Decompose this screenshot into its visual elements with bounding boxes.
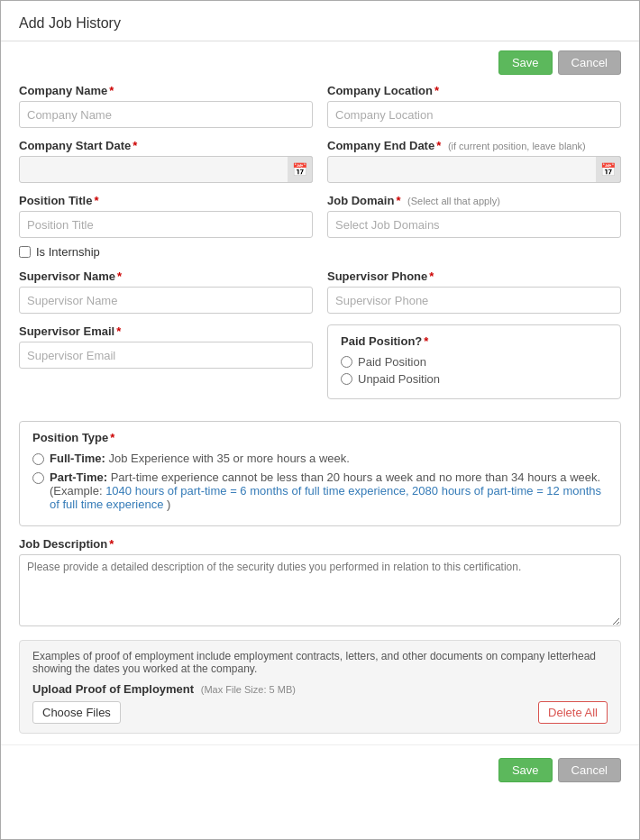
row-dates: Company Start Date* 📅 Company End Date* … [19, 139, 621, 183]
label-position-title: Position Title* [19, 194, 313, 207]
input-supervisor-name[interactable] [19, 287, 313, 314]
save-button-top[interactable]: Save [498, 50, 553, 75]
radio-input-unpaid[interactable] [341, 373, 352, 385]
group-paid-position: Paid Position?* Paid Position Unpaid Pos… [327, 324, 621, 410]
group-job-description: Job Description* [19, 537, 621, 629]
end-date-wrap: 📅 [327, 156, 621, 183]
group-supervisor-phone: Supervisor Phone* [327, 269, 621, 314]
modal-title: Add Job History [19, 15, 121, 31]
paid-position-box: Paid Position?* Paid Position Unpaid Pos… [327, 324, 621, 399]
cancel-button-top[interactable]: Cancel [558, 50, 621, 75]
radio-label-paid: Paid Position [358, 355, 426, 369]
position-type-title: Position Type* [32, 431, 608, 444]
label-start-date: Company Start Date* [19, 139, 313, 152]
radio-paid-position: Paid Position [341, 355, 608, 369]
row-supervisor-name-phone: Supervisor Name* Supervisor Phone* [19, 269, 621, 314]
group-company-name: Company Name* [19, 84, 313, 128]
choose-files-button[interactable]: Choose Files [32, 701, 121, 724]
radio-fulltime[interactable] [32, 453, 44, 465]
upload-row: Choose Files Delete All [32, 701, 608, 724]
row-email-paid: Supervisor Email* Paid Position?* Paid P… [19, 324, 621, 410]
input-company-name[interactable] [19, 101, 313, 128]
radio-label-unpaid: Unpaid Position [358, 372, 440, 386]
checkbox-is-internship[interactable] [19, 246, 31, 258]
group-supervisor-name: Supervisor Name* [19, 269, 313, 314]
radio-parttime[interactable] [32, 472, 44, 484]
label-supervisor-email: Supervisor Email* [19, 324, 313, 338]
label-end-date: Company End Date* (if current position, … [327, 139, 621, 152]
group-position-title: Position Title* [19, 194, 313, 238]
input-company-location[interactable] [327, 101, 621, 128]
option-fulltime: Full-Time: Job Experience with 35 or mor… [32, 452, 608, 465]
group-supervisor-email: Supervisor Email* [19, 324, 313, 410]
file-size-note: (Max File Size: 5 MB) [201, 684, 296, 695]
option-fulltime-text: Full-Time: Job Experience with 35 or mor… [50, 452, 350, 465]
group-end-date: Company End Date* (if current position, … [327, 139, 621, 183]
row-position-jobdomain: Position Title* Job Domain* (Select all … [19, 194, 621, 238]
bottom-buttons-area: Save Cancel [1, 744, 639, 795]
proof-section: Examples of proof of employment include … [19, 640, 621, 734]
modal-header: Add Job History [1, 1, 639, 41]
label-company-name: Company Name* [19, 84, 313, 97]
proof-note: Examples of proof of employment include … [32, 650, 608, 675]
input-supervisor-email[interactable] [19, 342, 313, 369]
row-company-name-location: Company Name* Company Location* [19, 84, 621, 128]
label-is-internship: Is Internship [36, 245, 100, 259]
delete-all-button[interactable]: Delete All [538, 701, 608, 724]
input-end-date[interactable] [327, 156, 621, 183]
top-buttons-area: Save Cancel [1, 41, 639, 84]
save-button-bottom[interactable]: Save [498, 758, 553, 782]
label-company-location: Company Location* [327, 84, 621, 97]
input-job-domain[interactable] [327, 211, 621, 238]
end-date-calendar-icon[interactable]: 📅 [596, 156, 621, 183]
option-parttime-text: Part-Time: Part-time experience cannot b… [50, 470, 608, 511]
option-parttime: Part-Time: Part-time experience cannot b… [32, 470, 608, 511]
input-start-date[interactable] [19, 156, 313, 183]
radio-input-paid[interactable] [341, 356, 352, 368]
form-area: Company Name* Company Location* Company … [1, 84, 639, 734]
label-job-domain: Job Domain* (Select all that apply) [327, 194, 621, 207]
position-type-box: Position Type* Full-Time: Job Experience… [19, 421, 621, 526]
modal-add-job-history: Add Job History Save Cancel Company Name… [0, 0, 640, 840]
label-supervisor-name: Supervisor Name* [19, 269, 313, 283]
start-date-wrap: 📅 [19, 156, 313, 183]
label-supervisor-phone: Supervisor Phone* [327, 269, 621, 283]
cancel-button-bottom[interactable]: Cancel [558, 758, 621, 782]
start-date-calendar-icon[interactable]: 📅 [288, 156, 313, 183]
group-job-domain: Job Domain* (Select all that apply) [327, 194, 621, 238]
input-position-title[interactable] [19, 211, 313, 238]
label-job-description: Job Description* [19, 537, 621, 551]
input-supervisor-phone[interactable] [327, 287, 621, 314]
row-is-internship: Is Internship [19, 245, 621, 259]
proof-upload-label: Upload Proof of Employment (Max File Siz… [32, 682, 608, 696]
paid-position-title: Paid Position?* [341, 334, 608, 348]
group-company-location: Company Location* [327, 84, 621, 128]
textarea-job-description[interactable] [19, 554, 621, 626]
radio-unpaid-position: Unpaid Position [341, 372, 608, 386]
group-start-date: Company Start Date* 📅 [19, 139, 313, 183]
